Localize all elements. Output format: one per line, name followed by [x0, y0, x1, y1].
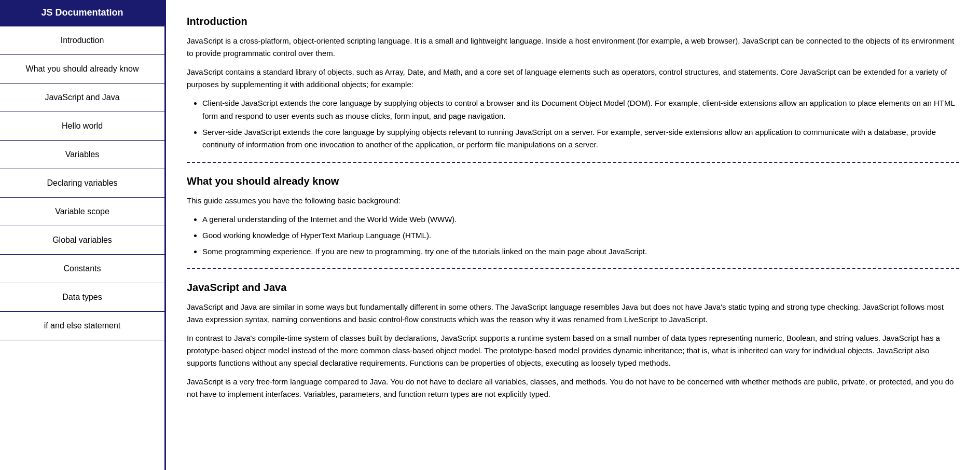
sidebar-item-3[interactable]: Hello world: [0, 112, 164, 141]
sidebar-item-7[interactable]: Global variables: [0, 226, 164, 255]
list-item-1-2: Some programming experience. If you are …: [202, 245, 959, 258]
section-list-introduction: Client-side JavaScript extends the core …: [202, 97, 959, 151]
sidebar-item-2[interactable]: JavaScript and Java: [0, 84, 164, 112]
section-introduction: IntroductionJavaScript is a cross-platfo…: [187, 16, 959, 151]
list-item-1-0: A general understanding of the Internet …: [202, 213, 959, 226]
sidebar-item-8[interactable]: Constants: [0, 255, 164, 283]
section-title-what-you-should-know: What you should already know: [187, 175, 959, 187]
section-paragraph-2-2: JavaScript is a very free-form language …: [187, 376, 959, 400]
list-item-1-1: Good working knowledge of HyperText Mark…: [202, 229, 959, 242]
sidebar-title: JS Documentation: [0, 0, 164, 26]
section-title-introduction: Introduction: [187, 16, 959, 27]
main-content: IntroductionJavaScript is a cross-platfo…: [166, 0, 980, 470]
sidebar: JS Documentation IntroductionWhat you sh…: [0, 0, 166, 470]
sidebar-item-0[interactable]: Introduction: [0, 26, 164, 55]
section-divider-1: [187, 268, 959, 269]
list-item-0-0: Client-side JavaScript extends the core …: [202, 97, 959, 123]
section-paragraph-0-1: JavaScript contains a standard library o…: [187, 66, 959, 91]
section-list-what-you-should-know: A general understanding of the Internet …: [202, 213, 959, 258]
section-paragraph-2-1: In contrast to Java's compile-time syste…: [187, 332, 959, 369]
section-paragraph-2-0: JavaScript and Java are similar in some …: [187, 301, 959, 326]
section-title-javascript-and-java: JavaScript and Java: [187, 282, 959, 294]
section-javascript-and-java: JavaScript and JavaJavaScript and Java a…: [187, 282, 959, 400]
section-divider-0: [187, 162, 959, 163]
sidebar-item-10[interactable]: if and else statement: [0, 312, 164, 340]
sidebar-item-4[interactable]: Variables: [0, 141, 164, 169]
section-paragraph-1-0: This guide assumes you have the followin…: [187, 195, 959, 207]
sidebar-item-1[interactable]: What you should already know: [0, 55, 164, 84]
list-item-0-1: Server-side JavaScript extends the core …: [202, 126, 959, 152]
sidebar-item-9[interactable]: Data types: [0, 283, 164, 312]
section-what-you-should-know: What you should already knowThis guide a…: [187, 175, 959, 258]
section-paragraph-0-0: JavaScript is a cross-platform, object-o…: [187, 35, 959, 60]
sidebar-item-6[interactable]: Variable scope: [0, 198, 164, 226]
sidebar-item-5[interactable]: Declaring variables: [0, 169, 164, 198]
